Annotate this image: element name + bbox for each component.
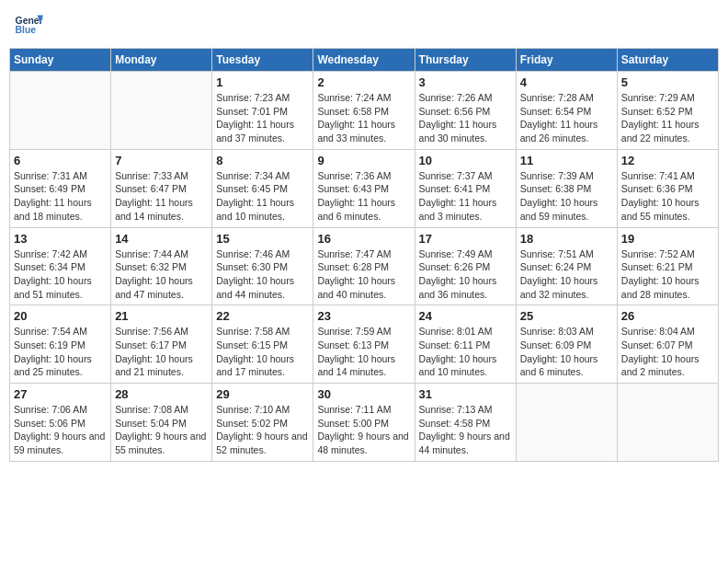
day-info: Sunrise: 7:24 AM Sunset: 6:58 PM Dayligh… [317, 91, 410, 145]
day-number: 11 [520, 154, 613, 167]
day-number: 21 [115, 309, 208, 323]
calendar-cell: 27Sunrise: 7:06 AM Sunset: 5:06 PM Dayli… [10, 384, 111, 462]
day-info: Sunrise: 7:46 AM Sunset: 6:30 PM Dayligh… [216, 247, 309, 302]
weekday-header: Tuesday [212, 49, 313, 72]
day-number: 24 [419, 309, 512, 323]
calendar-cell: 12Sunrise: 7:41 AM Sunset: 6:36 PM Dayli… [617, 149, 718, 227]
day-info: Sunrise: 7:47 AM Sunset: 6:28 PM Dayligh… [317, 247, 410, 302]
day-number: 2 [317, 75, 410, 89]
day-number: 1 [216, 75, 309, 89]
day-info: Sunrise: 7:59 AM Sunset: 6:13 PM Dayligh… [317, 325, 410, 379]
day-info: Sunrise: 7:08 AM Sunset: 5:04 PM Dayligh… [115, 403, 208, 457]
day-info: Sunrise: 7:26 AM Sunset: 6:56 PM Dayligh… [419, 91, 512, 145]
day-number: 6 [14, 154, 107, 167]
weekday-header: Wednesday [313, 49, 415, 72]
day-number: 27 [14, 387, 107, 401]
day-info: Sunrise: 7:29 AM Sunset: 6:52 PM Dayligh… [621, 91, 714, 145]
calendar-cell: 25Sunrise: 8:03 AM Sunset: 6:09 PM Dayli… [516, 305, 617, 384]
calendar-cell: 18Sunrise: 7:51 AM Sunset: 6:24 PM Dayli… [516, 227, 617, 305]
calendar-cell: 14Sunrise: 7:44 AM Sunset: 6:32 PM Dayli… [111, 227, 212, 305]
calendar-cell [111, 72, 212, 150]
day-info: Sunrise: 7:37 AM Sunset: 6:41 PM Dayligh… [419, 169, 512, 224]
day-number: 31 [419, 387, 512, 401]
day-info: Sunrise: 8:01 AM Sunset: 6:11 PM Dayligh… [419, 325, 512, 379]
day-number: 12 [621, 154, 714, 167]
day-number: 3 [419, 75, 512, 89]
day-number: 16 [317, 232, 410, 246]
calendar-week-row: 1Sunrise: 7:23 AM Sunset: 7:01 PM Daylig… [10, 72, 719, 150]
day-info: Sunrise: 7:49 AM Sunset: 6:26 PM Dayligh… [419, 247, 512, 302]
logo: General Blue [14, 9, 47, 39]
calendar-cell: 13Sunrise: 7:42 AM Sunset: 6:34 PM Dayli… [10, 227, 111, 305]
day-number: 17 [419, 232, 512, 246]
calendar-header-row: SundayMondayTuesdayWednesdayThursdayFrid… [10, 49, 719, 72]
calendar-cell: 4Sunrise: 7:28 AM Sunset: 6:54 PM Daylig… [516, 72, 617, 150]
calendar-cell: 19Sunrise: 7:52 AM Sunset: 6:21 PM Dayli… [617, 227, 718, 305]
weekday-header: Saturday [617, 49, 718, 72]
day-info: Sunrise: 7:44 AM Sunset: 6:32 PM Dayligh… [115, 247, 208, 302]
day-number: 7 [115, 154, 208, 167]
calendar-cell: 30Sunrise: 7:11 AM Sunset: 5:00 PM Dayli… [313, 384, 415, 462]
weekday-header: Friday [516, 49, 617, 72]
day-number: 25 [520, 309, 613, 323]
calendar-cell: 10Sunrise: 7:37 AM Sunset: 6:41 PM Dayli… [415, 149, 516, 227]
svg-text:Blue: Blue [16, 25, 37, 35]
day-info: Sunrise: 7:51 AM Sunset: 6:24 PM Dayligh… [520, 247, 613, 302]
calendar-week-row: 20Sunrise: 7:54 AM Sunset: 6:19 PM Dayli… [10, 305, 719, 384]
weekday-header: Thursday [415, 49, 516, 72]
day-info: Sunrise: 7:36 AM Sunset: 6:43 PM Dayligh… [317, 169, 410, 224]
calendar-cell [10, 72, 111, 150]
logo-icon: General Blue [14, 9, 43, 39]
day-number: 20 [14, 309, 107, 323]
day-number: 22 [216, 309, 309, 323]
calendar-cell [617, 384, 718, 462]
day-number: 5 [621, 75, 714, 89]
day-number: 4 [520, 75, 613, 89]
calendar-cell: 31Sunrise: 7:13 AM Sunset: 4:58 PM Dayli… [415, 384, 516, 462]
day-info: Sunrise: 7:54 AM Sunset: 6:19 PM Dayligh… [14, 325, 107, 379]
day-info: Sunrise: 7:34 AM Sunset: 6:45 PM Dayligh… [216, 169, 309, 224]
day-number: 15 [216, 232, 309, 246]
calendar-cell: 7Sunrise: 7:33 AM Sunset: 6:47 PM Daylig… [111, 149, 212, 227]
calendar-cell: 23Sunrise: 7:59 AM Sunset: 6:13 PM Dayli… [313, 305, 415, 384]
day-info: Sunrise: 7:58 AM Sunset: 6:15 PM Dayligh… [216, 325, 309, 379]
day-info: Sunrise: 7:56 AM Sunset: 6:17 PM Dayligh… [115, 325, 208, 379]
calendar-cell: 21Sunrise: 7:56 AM Sunset: 6:17 PM Dayli… [111, 305, 212, 384]
calendar-cell: 20Sunrise: 7:54 AM Sunset: 6:19 PM Dayli… [10, 305, 111, 384]
calendar: SundayMondayTuesdayWednesdayThursdayFrid… [9, 48, 719, 462]
day-info: Sunrise: 7:31 AM Sunset: 6:49 PM Dayligh… [14, 169, 107, 224]
calendar-week-row: 27Sunrise: 7:06 AM Sunset: 5:06 PM Dayli… [10, 384, 719, 462]
day-info: Sunrise: 7:39 AM Sunset: 6:38 PM Dayligh… [520, 169, 613, 224]
calendar-cell: 6Sunrise: 7:31 AM Sunset: 6:49 PM Daylig… [10, 149, 111, 227]
day-info: Sunrise: 7:41 AM Sunset: 6:36 PM Dayligh… [621, 169, 714, 224]
day-number: 28 [115, 387, 208, 401]
day-info: Sunrise: 7:42 AM Sunset: 6:34 PM Dayligh… [14, 247, 107, 302]
calendar-cell: 26Sunrise: 8:04 AM Sunset: 6:07 PM Dayli… [617, 305, 718, 384]
calendar-cell: 16Sunrise: 7:47 AM Sunset: 6:28 PM Dayli… [313, 227, 415, 305]
calendar-week-row: 6Sunrise: 7:31 AM Sunset: 6:49 PM Daylig… [10, 149, 719, 227]
day-info: Sunrise: 7:52 AM Sunset: 6:21 PM Dayligh… [621, 247, 714, 302]
day-info: Sunrise: 8:03 AM Sunset: 6:09 PM Dayligh… [520, 325, 613, 379]
calendar-cell: 2Sunrise: 7:24 AM Sunset: 6:58 PM Daylig… [313, 72, 415, 150]
day-info: Sunrise: 7:33 AM Sunset: 6:47 PM Dayligh… [115, 169, 208, 224]
day-number: 30 [317, 387, 410, 401]
calendar-cell: 5Sunrise: 7:29 AM Sunset: 6:52 PM Daylig… [617, 72, 718, 150]
day-info: Sunrise: 7:28 AM Sunset: 6:54 PM Dayligh… [520, 91, 613, 145]
calendar-cell: 24Sunrise: 8:01 AM Sunset: 6:11 PM Dayli… [415, 305, 516, 384]
day-info: Sunrise: 7:23 AM Sunset: 7:01 PM Dayligh… [216, 91, 309, 145]
day-info: Sunrise: 7:06 AM Sunset: 5:06 PM Dayligh… [14, 403, 107, 457]
day-number: 8 [216, 154, 309, 167]
calendar-cell: 22Sunrise: 7:58 AM Sunset: 6:15 PM Dayli… [212, 305, 313, 384]
calendar-cell: 9Sunrise: 7:36 AM Sunset: 6:43 PM Daylig… [313, 149, 415, 227]
day-number: 13 [14, 232, 107, 246]
calendar-cell: 11Sunrise: 7:39 AM Sunset: 6:38 PM Dayli… [516, 149, 617, 227]
day-number: 18 [520, 232, 613, 246]
calendar-cell: 17Sunrise: 7:49 AM Sunset: 6:26 PM Dayli… [415, 227, 516, 305]
day-number: 10 [419, 154, 512, 167]
calendar-cell: 29Sunrise: 7:10 AM Sunset: 5:02 PM Dayli… [212, 384, 313, 462]
day-number: 14 [115, 232, 208, 246]
day-number: 26 [621, 309, 714, 323]
calendar-cell: 28Sunrise: 7:08 AM Sunset: 5:04 PM Dayli… [111, 384, 212, 462]
calendar-cell [516, 384, 617, 462]
day-number: 9 [317, 154, 410, 167]
